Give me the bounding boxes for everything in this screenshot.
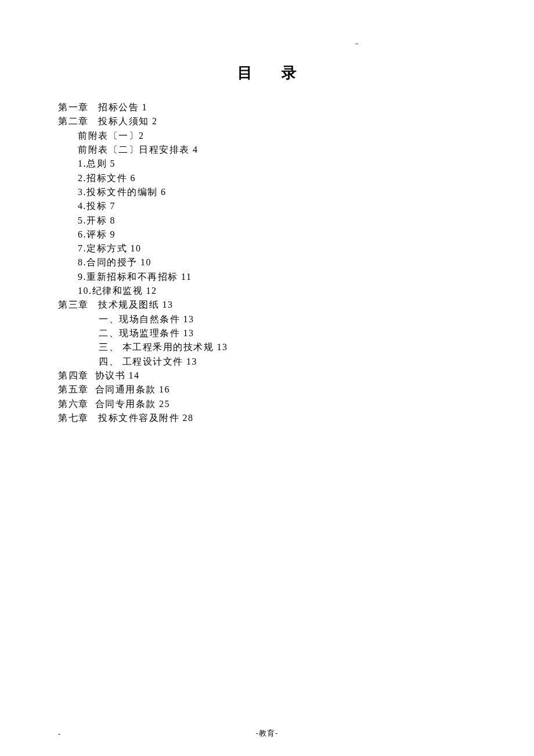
toc-entry: 第一章 招标公告 1 — [58, 100, 476, 114]
toc-entry: 10.纪律和监视 12 — [78, 284, 476, 298]
toc-entry: 3.投标文件的编制 6 — [78, 185, 476, 199]
toc-entry: 三、 本工程釆用的技术规 13 — [99, 340, 476, 354]
header-mark: -- — [355, 39, 358, 46]
toc-entry: 5.开标 8 — [78, 214, 476, 228]
toc-entry: 2.招标文件 6 — [78, 171, 476, 185]
toc-entry: 4.投标 7 — [78, 199, 476, 213]
toc-entry: 1.总则 5 — [78, 157, 476, 171]
toc-entry: 第七章 投标文件容及附件 28 — [58, 411, 476, 425]
toc-entry: 第四章 协议书 14 — [58, 369, 476, 383]
toc-entry: 前附表〔二〕日程安排表 4 — [78, 143, 476, 157]
toc-entry: 第二章 投标人须知 2 — [58, 114, 476, 128]
toc-entry: 8.合同的授予 10 — [78, 255, 476, 269]
toc-entry: 第六章 合同专用条款 25 — [58, 397, 476, 411]
toc-entry: 二、现场监理条件 13 — [99, 326, 476, 340]
toc-entry: 一、现场自然条件 13 — [99, 312, 476, 326]
table-of-contents: 第一章 招标公告 1 第二章 投标人须知 2 前附表〔一〕2 前附表〔二〕日程安… — [58, 100, 476, 425]
toc-entry: 9.重新招标和不再招标 11 — [78, 270, 476, 284]
footer-text: -教育- — [0, 728, 534, 739]
toc-entry: 6.评标 9 — [78, 228, 476, 242]
toc-entry: 前附表〔一〕2 — [78, 129, 476, 143]
toc-entry: 第五章 合同通用条款 16 — [58, 383, 476, 397]
document-page: -- 目 录 第一章 招标公告 1 第二章 投标人须知 2 前附表〔一〕2 前附… — [0, 0, 534, 448]
toc-entry: 四、 工程设计文件 13 — [99, 355, 476, 369]
toc-entry: 第三章 技术规及图纸 13 — [58, 298, 476, 312]
toc-title: 目 录 — [58, 63, 476, 83]
toc-entry: 7.定标方式 10 — [78, 242, 476, 255]
